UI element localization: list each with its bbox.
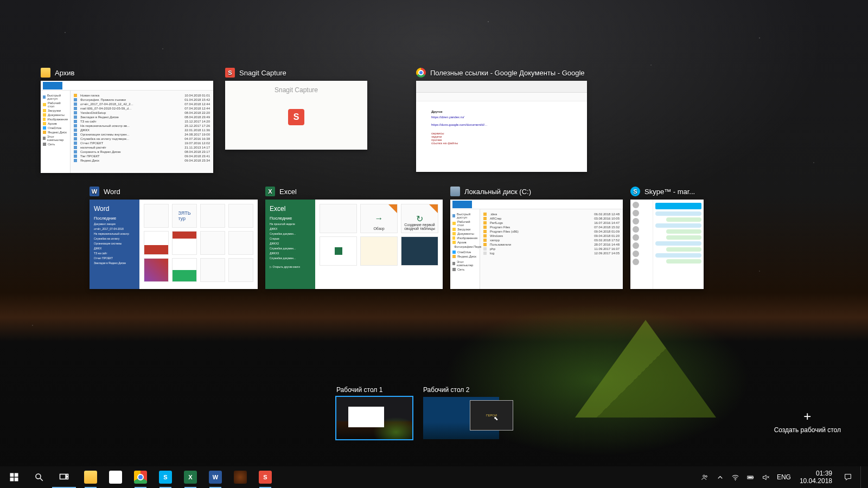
snagit-icon: S bbox=[225, 68, 235, 78]
virtual-desktop-preview[interactable] bbox=[336, 397, 412, 439]
start-button[interactable] bbox=[2, 466, 26, 488]
svg-rect-3 bbox=[15, 478, 18, 481]
explorer-nav-pane: Быстрый доступ Рабочий стол Загрузки Док… bbox=[41, 91, 71, 173]
virtual-desktop-preview[interactable]: ГЕРОИ ⬉ bbox=[423, 397, 499, 439]
tray-chevron-icon[interactable] bbox=[716, 473, 725, 481]
gdocs-page: Другое https://dzen.yandex.ru/ https://d… bbox=[416, 101, 587, 172]
window-skype[interactable]: S Skype™ - mar... bbox=[630, 187, 704, 289]
window-thumbnail[interactable]: Быстрый доступ Рабочий стол Загрузки Док… bbox=[41, 81, 213, 173]
folder-icon bbox=[41, 68, 50, 78]
window-snagit[interactable]: S Snagit Capture Snagit Capture S bbox=[225, 68, 367, 173]
taskbar-clock[interactable]: 01:39 10.04.2018 bbox=[800, 470, 832, 485]
search-button[interactable] bbox=[27, 466, 51, 488]
window-title-bar: S Skype™ - mar... bbox=[630, 187, 704, 196]
task-view-icon bbox=[59, 472, 69, 481]
virtual-desktop-strip: Рабочий стол 1 Рабочий стол 2 ГЕРОИ ⬉ bbox=[336, 386, 499, 439]
volume-icon[interactable] bbox=[762, 473, 770, 481]
snagit-thumb-text: Snagit Capture bbox=[275, 86, 318, 94]
doc-heading: Другое bbox=[431, 110, 572, 113]
window-thumbnail[interactable]: Word Последние Документ лекцияотчёт_2017… bbox=[90, 200, 258, 289]
shield-icon bbox=[234, 471, 247, 484]
battery-icon[interactable] bbox=[746, 473, 755, 481]
task-view-button[interactable] bbox=[52, 466, 76, 488]
clock-date: 10.04.2018 bbox=[800, 477, 832, 485]
word-icon: W bbox=[209, 471, 222, 484]
wifi-icon[interactable] bbox=[731, 473, 740, 481]
svg-rect-14 bbox=[749, 477, 753, 478]
taskbar-app-store[interactable]: ⊞ bbox=[103, 466, 128, 488]
virtual-desktop-label: Рабочий стол 2 bbox=[423, 386, 499, 394]
window-title-bar: W Word bbox=[90, 187, 258, 196]
window-thumbnail[interactable] bbox=[630, 200, 704, 289]
window-thumbnail[interactable]: Snagit Capture S bbox=[225, 81, 367, 150]
taskbar-apps: ⊞ S X W S bbox=[78, 466, 278, 488]
virtual-desktop-1[interactable]: Рабочий стол 1 bbox=[336, 386, 412, 439]
window-thumbnail[interactable]: Быстрый доступ Рабочий стол Загрузки Док… bbox=[450, 200, 623, 289]
clock-time: 01:39 bbox=[800, 470, 832, 477]
svg-line-5 bbox=[40, 478, 43, 481]
taskbar-app-explorer[interactable] bbox=[78, 466, 103, 488]
taskbar-app-word[interactable]: W bbox=[203, 466, 228, 488]
excel-icon: X bbox=[184, 471, 197, 484]
window-word[interactable]: W Word Word Последние Документ лекцияотч… bbox=[90, 187, 258, 289]
new-desktop-label: Создать рабочий стол bbox=[774, 426, 841, 434]
window-archive[interactable]: Архив Быстрый доступ Рабочий стол Загруз… bbox=[41, 68, 213, 173]
window-title-bar: Полезные ссылки - Google Документы - Goo… bbox=[416, 68, 587, 78]
snagit-logo-icon: S bbox=[288, 109, 304, 125]
window-title-bar: Архив bbox=[41, 68, 213, 78]
window-title: Полезные ссылки - Google Документы - Goo… bbox=[430, 69, 587, 77]
folder-icon bbox=[84, 471, 97, 484]
taskbar-tray-area: ENG 01:39 10.04.2018 bbox=[701, 466, 866, 488]
action-center-icon[interactable] bbox=[839, 473, 857, 481]
taskbar: ⊞ S X W S ENG 01:39 10.04.2018 bbox=[0, 466, 868, 488]
window-thumbnail[interactable]: Другое https://dzen.yandex.ru/ https://d… bbox=[416, 81, 587, 172]
windows-icon bbox=[9, 472, 19, 482]
chrome-icon bbox=[416, 68, 426, 78]
taskbar-app-snagit[interactable]: S bbox=[253, 466, 278, 488]
svg-point-11 bbox=[735, 479, 736, 480]
word-icon: W bbox=[90, 187, 99, 196]
explorer-nav-pane: Быстрый доступ Рабочий стол Загрузки Док… bbox=[450, 209, 480, 289]
window-chrome[interactable]: Полезные ссылки - Google Документы - Goo… bbox=[416, 68, 587, 173]
window-row-2: W Word Word Последние Документ лекцияотч… bbox=[90, 187, 827, 289]
window-title: Excel bbox=[279, 188, 297, 196]
excel-templates: →Обзор ↻Создание первой сводной таблицы bbox=[315, 200, 443, 289]
taskbar-app-chrome[interactable] bbox=[128, 466, 153, 488]
chrome-tabbar bbox=[416, 81, 587, 93]
svg-rect-8 bbox=[67, 477, 68, 479]
word-templates: ЗЯТЬтур bbox=[139, 200, 258, 289]
taskbar-app-shield[interactable] bbox=[228, 466, 253, 488]
explorer-file-list: .idea06.02.2018 12:48 ARCrep03.08.2016 1… bbox=[480, 209, 623, 289]
chrome-icon bbox=[134, 471, 147, 484]
skype-chat bbox=[653, 200, 704, 289]
window-excel[interactable]: X Excel Excel Последние На прошлой недел… bbox=[265, 187, 443, 289]
game-window-thumb: ГЕРОИ bbox=[470, 400, 513, 431]
virtual-desktop-label: Рабочий стол 1 bbox=[336, 386, 412, 394]
window-title: Word bbox=[104, 188, 120, 196]
skype-icon: S bbox=[159, 471, 172, 484]
cursor-icon: ⬉ bbox=[494, 415, 498, 421]
svg-point-10 bbox=[706, 476, 707, 477]
explorer-ribbon bbox=[41, 81, 213, 91]
taskbar-app-excel[interactable]: X bbox=[178, 466, 203, 488]
new-desktop-button[interactable]: + Создать рабочий стол bbox=[774, 410, 841, 434]
people-icon[interactable] bbox=[701, 473, 710, 481]
show-desktop-button[interactable] bbox=[860, 466, 864, 488]
window-title: Snagit Capture bbox=[239, 69, 286, 77]
window-cdrive[interactable]: Локальный диск (C:) Быстрый доступ Рабоч… bbox=[450, 187, 623, 289]
taskbar-app-skype[interactable]: S bbox=[153, 466, 178, 488]
tray-language[interactable]: ENG bbox=[777, 473, 791, 481]
svg-rect-7 bbox=[67, 474, 68, 477]
window-thumbnail[interactable]: Excel Последние На прошлой неделе ДЖКХСл… bbox=[265, 200, 443, 289]
svg-rect-2 bbox=[10, 478, 14, 481]
virtual-desktop-2[interactable]: Рабочий стол 2 ГЕРОИ ⬉ bbox=[423, 386, 499, 439]
skype-contacts bbox=[630, 200, 653, 289]
store-icon: ⊞ bbox=[109, 471, 122, 484]
chrome-toolbar bbox=[416, 93, 587, 101]
system-tray: ENG bbox=[701, 473, 791, 481]
window-title: Архив bbox=[55, 69, 74, 77]
excel-start-sidebar: Excel Последние На прошлой неделе ДЖКХСл… bbox=[265, 200, 315, 289]
window-title: Skype™ - mar... bbox=[644, 188, 695, 196]
search-icon bbox=[34, 472, 44, 482]
window-title-bar: X Excel bbox=[265, 187, 443, 196]
